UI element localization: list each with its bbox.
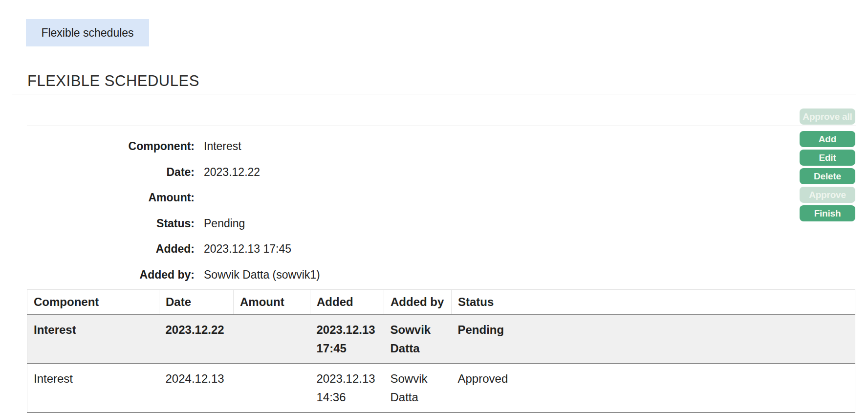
cell-component: Interest (27, 364, 159, 413)
action-button-stack: Add Edit Delete Approve Finish (800, 131, 855, 224)
page: Flexible schedules FLEXIBLE SCHEDULES Ap… (0, 0, 868, 413)
column-header-added: Added (310, 290, 384, 315)
cell-status: Pending (452, 315, 855, 364)
cell-status: Approved (452, 364, 855, 413)
column-header-date: Date (159, 290, 234, 315)
column-header-amount: Amount (234, 290, 310, 315)
detail-value: Sowvik Datta (sowvik1) (204, 268, 320, 282)
detail-label: Status: (27, 217, 195, 230)
detail-label: Added by: (27, 268, 195, 282)
table-header-row: Component Date Amount Added Added by Sta… (27, 290, 855, 315)
add-button[interactable]: Add (800, 131, 855, 147)
delete-button[interactable]: Delete (800, 168, 855, 184)
detail-row-added: Added: 2023.12.13 17:45 (27, 242, 467, 268)
approve-button[interactable]: Approve (800, 187, 855, 203)
detail-label: Added: (27, 242, 195, 256)
detail-value: 2023.12.22 (204, 165, 260, 179)
cell-added-by: Sowvik Datta (384, 315, 452, 364)
detail-label: Component: (27, 139, 195, 153)
edit-button[interactable]: Edit (800, 150, 855, 166)
cell-amount (234, 315, 310, 364)
cell-added-by: Sowvik Datta (384, 364, 452, 413)
detail-row-date: Date: 2023.12.22 (27, 165, 467, 191)
detail-label: Amount: (27, 191, 195, 204)
detail-row-status: Status: Pending (27, 217, 467, 242)
column-header-status: Status (452, 290, 855, 315)
column-header-added-by: Added by (384, 290, 452, 315)
page-title: FLEXIBLE SCHEDULES (27, 72, 199, 90)
toolbar-divider (27, 126, 856, 126)
finish-button[interactable]: Finish (800, 205, 855, 221)
schedules-table: Component Date Amount Added Added by Sta… (27, 289, 855, 413)
heading-divider (12, 94, 856, 94)
cell-amount (234, 364, 310, 413)
tab-flexible-schedules[interactable]: Flexible schedules (26, 19, 149, 46)
detail-value: 2023.12.13 17:45 (204, 242, 291, 256)
cell-date: 2023.12.22 (159, 315, 234, 364)
approve-all-button[interactable]: Approve all (800, 109, 855, 125)
detail-value: Interest (204, 139, 241, 153)
detail-label: Date: (27, 165, 195, 179)
table-row-selected[interactable]: Interest 2023.12.22 2023.12.13 17:45 Sow… (27, 315, 855, 364)
detail-row-component: Component: Interest (27, 139, 467, 165)
detail-row-amount: Amount: (27, 191, 467, 217)
table-row[interactable]: Interest 2024.12.13 2023.12.13 14:36 Sow… (27, 364, 855, 413)
detail-value: Pending (204, 217, 245, 230)
cell-added: 2023.12.13 14:36 (310, 364, 384, 413)
column-header-component: Component (27, 290, 159, 315)
record-details: Component: Interest Date: 2023.12.22 Amo… (27, 139, 467, 294)
cell-added: 2023.12.13 17:45 (310, 315, 384, 364)
cell-component: Interest (27, 315, 159, 364)
cell-date: 2024.12.13 (159, 364, 234, 413)
